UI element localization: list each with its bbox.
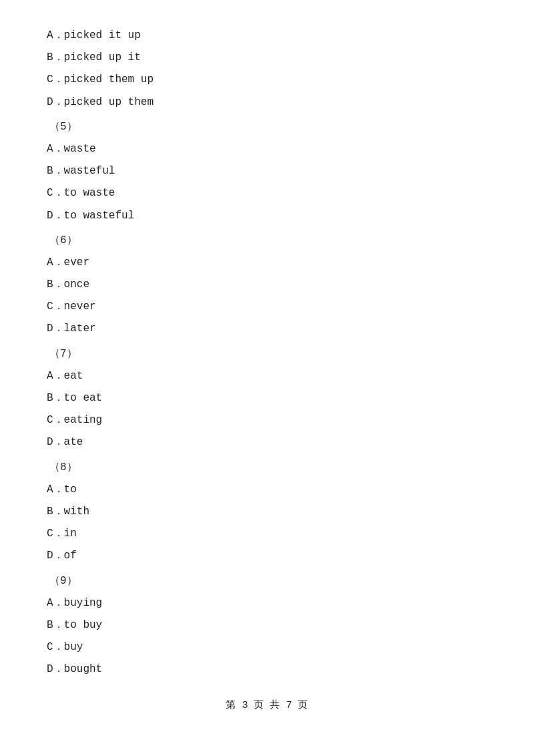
answer-option: C．in xyxy=(47,525,487,543)
section-number-2: （6） xyxy=(47,232,487,250)
answer-option: B．wasteful xyxy=(47,162,487,180)
answer-option: A．to xyxy=(47,481,487,499)
answer-option: D．picked up them xyxy=(47,93,487,112)
answer-option: B．once xyxy=(47,276,487,294)
answer-option: A．buying xyxy=(47,594,487,612)
answer-option: A．waste xyxy=(47,140,487,158)
answer-option: D．of xyxy=(47,547,487,565)
answer-option: B．to eat xyxy=(47,389,487,407)
page-footer: 第 3 页 共 7 页 xyxy=(47,699,487,711)
section-number-5: （9） xyxy=(47,572,487,590)
answer-option: C．never xyxy=(47,298,487,316)
answer-option: D．later xyxy=(47,320,487,338)
answer-option: D．to wasteful xyxy=(47,207,487,225)
section-number-4: （8） xyxy=(47,459,487,477)
main-content: A．picked it upB．picked up itC．picked the… xyxy=(47,27,487,711)
answer-option: C．to waste xyxy=(47,184,487,202)
answer-option: C．picked them up xyxy=(47,71,487,89)
answer-option: C．eating xyxy=(47,411,487,429)
section-number-3: （7） xyxy=(47,345,487,363)
answer-option: B．to buy xyxy=(47,616,487,634)
answer-option: B．picked up it xyxy=(47,49,487,67)
answer-option: B．with xyxy=(47,503,487,521)
answer-option: A．ever xyxy=(47,254,487,272)
section-number-1: （5） xyxy=(47,118,487,136)
answer-option: D．ate xyxy=(47,433,487,451)
answer-option: A．eat xyxy=(47,367,487,385)
answer-option: D．bought xyxy=(47,660,487,679)
answer-option: A．picked it up xyxy=(47,27,487,45)
answer-option: C．buy xyxy=(47,638,487,656)
